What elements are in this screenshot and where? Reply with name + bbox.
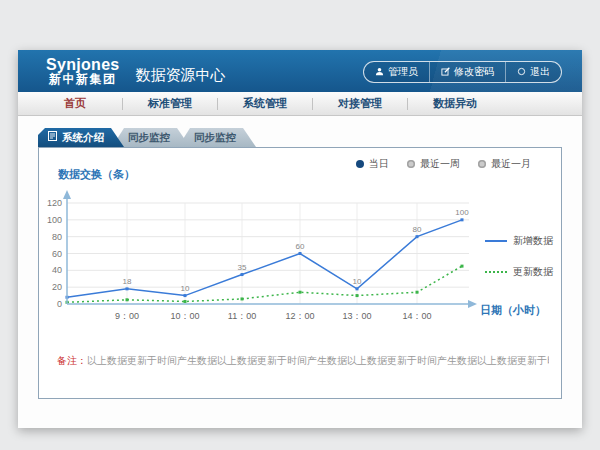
edit-icon: [441, 67, 450, 78]
power-icon: [517, 67, 526, 78]
nav-item-系统管理[interactable]: 系统管理: [218, 96, 312, 111]
tab-同步监控-1[interactable]: 同步监控: [112, 128, 190, 147]
user-menu: 管理员修改密码退出: [363, 61, 562, 83]
y-tick-label: 120: [47, 198, 62, 208]
x-tick-label: 11：00: [228, 311, 256, 321]
data-point-更新数据: [461, 265, 464, 268]
user-menu-label: 管理员: [388, 65, 418, 79]
user-icon: [375, 67, 384, 78]
main-nav: 首页标准管理系统管理对接管理数据异动: [18, 92, 582, 116]
radio-icon: [356, 160, 364, 168]
y-tick-label: 40: [52, 265, 62, 275]
data-point-新增数据: [461, 218, 464, 221]
data-point-更新数据: [299, 291, 302, 294]
logo: Synjones 新中新集团: [46, 56, 120, 87]
tab-系统介绍-0[interactable]: 系统介绍: [38, 128, 124, 147]
time-filter-当日[interactable]: 当日: [356, 157, 389, 171]
data-point-更新数据: [241, 297, 244, 300]
user-menu-item-退出[interactable]: 退出: [505, 62, 561, 82]
nav-item-数据异动[interactable]: 数据异动: [408, 96, 502, 111]
data-point-label: 35: [238, 263, 247, 272]
tab-bar: 系统介绍同步监控同步监控: [38, 128, 256, 147]
data-point-label: 10: [353, 277, 362, 286]
legend-line-sample: [485, 240, 507, 242]
user-menu-label: 退出: [530, 65, 550, 79]
tab-label: 同步监控: [128, 131, 170, 143]
user-menu-item-修改密码[interactable]: 修改密码: [429, 62, 505, 82]
time-filter-label: 最近一月: [491, 157, 531, 171]
y-tick-label: 80: [52, 232, 62, 242]
footnote-prefix: 备注：: [57, 355, 87, 366]
data-point-新增数据: [241, 273, 244, 276]
data-point-新增数据: [184, 294, 187, 297]
app-header: Synjones 新中新集团 数据资源中心 管理员修改密码退出: [18, 50, 582, 92]
data-point-更新数据: [356, 294, 359, 297]
data-point-label: 80: [413, 225, 422, 234]
radio-icon: [407, 160, 415, 168]
time-filter-label: 最近一周: [420, 157, 460, 171]
legend-item-新增数据[interactable]: 新增数据: [485, 234, 553, 248]
data-point-label: 10: [181, 284, 190, 293]
x-axis-arrow: [468, 300, 477, 308]
tab-同步监控-2[interactable]: 同步监控: [178, 128, 256, 147]
legend-line-sample: [485, 271, 507, 273]
user-menu-label: 修改密码: [454, 65, 494, 79]
app-window: Synjones 新中新集团 数据资源中心 管理员修改密码退出 首页标准管理系统…: [18, 50, 582, 428]
footnote: 备注：以上数据更新于时间产生数据以上数据更新于时间产生数据以上数据更新于时间产生…: [57, 354, 549, 368]
x-tick-label: 12：00: [285, 311, 314, 321]
desktop-background: Synjones 新中新集团 数据资源中心 管理员修改密码退出 首页标准管理系统…: [0, 0, 600, 450]
x-axis-title: 日期（小时）: [480, 303, 546, 318]
series-legend: 新增数据更新数据: [485, 234, 553, 279]
y-tick-label: 20: [52, 282, 62, 292]
y-tick-label: 100: [47, 215, 62, 225]
y-axis-arrow: [63, 190, 71, 199]
time-range-filters: 当日最近一周最近一月: [356, 157, 531, 171]
x-tick-label: 13：00: [342, 311, 371, 321]
tab-label: 系统介绍: [62, 128, 104, 147]
data-point-新增数据: [299, 252, 302, 255]
data-point-更新数据: [416, 291, 419, 294]
y-tick-label: 60: [52, 249, 62, 259]
logo-text-cn: 新中新集团: [46, 73, 120, 86]
data-point-label: 60: [296, 242, 305, 251]
nav-item-标准管理[interactable]: 标准管理: [123, 96, 217, 111]
x-tick-label: 9：00: [115, 311, 139, 321]
data-point-新增数据: [356, 287, 359, 290]
tab-label: 同步监控: [194, 131, 236, 143]
data-point-更新数据: [184, 300, 187, 303]
data-point-label: 100: [455, 208, 469, 217]
logo-text-en: Synjones: [46, 56, 120, 74]
page-title: 数据资源中心: [136, 66, 226, 85]
nav-item-对接管理[interactable]: 对接管理: [313, 96, 407, 111]
chart-panel: 当日最近一周最近一月 数据交换（条） 181035601080100020406…: [38, 147, 562, 399]
x-tick-label: 14：00: [402, 311, 431, 321]
legend-item-更新数据[interactable]: 更新数据: [485, 265, 553, 279]
document-icon: [48, 128, 57, 147]
data-point-新增数据: [416, 235, 419, 238]
radio-icon: [478, 160, 486, 168]
time-filter-label: 当日: [369, 157, 389, 171]
time-filter-最近一周[interactable]: 最近一周: [407, 157, 460, 171]
data-point-更新数据: [126, 298, 129, 301]
user-menu-item-管理员[interactable]: 管理员: [364, 62, 429, 82]
x-tick-label: 10：00: [170, 311, 199, 321]
data-point-label: 18: [123, 277, 132, 286]
nav-item-首页[interactable]: 首页: [28, 96, 122, 111]
legend-label: 新增数据: [513, 234, 553, 248]
legend-label: 更新数据: [513, 265, 553, 279]
time-filter-最近一月[interactable]: 最近一月: [478, 157, 531, 171]
data-point-新增数据: [126, 287, 129, 290]
y-tick-label: 0: [57, 299, 62, 309]
footnote-text: 以上数据更新于时间产生数据以上数据更新于时间产生数据以上数据更新于时间产生数据以…: [87, 355, 549, 366]
